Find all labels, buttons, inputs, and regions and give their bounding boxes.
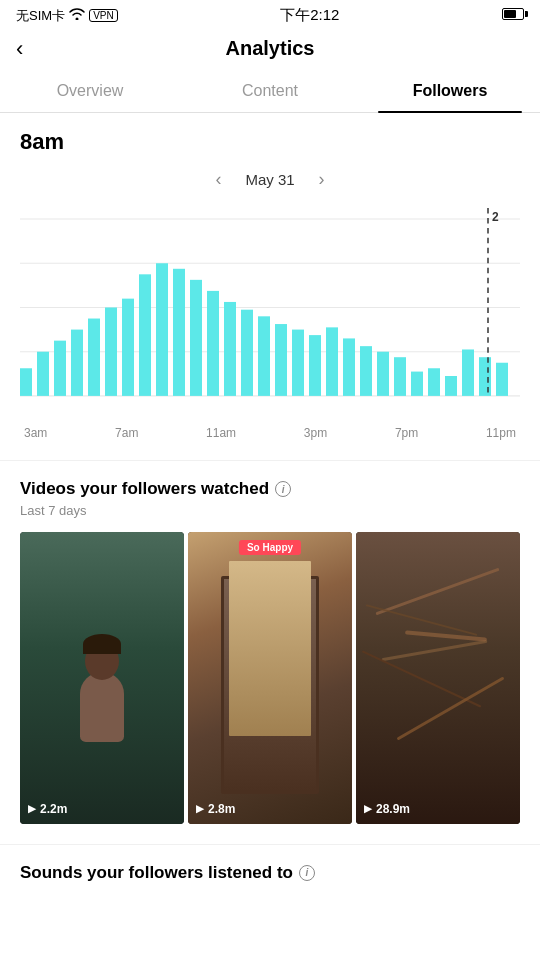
vpn-badge: VPN: [89, 9, 118, 22]
svg-rect-21: [292, 330, 304, 396]
tab-bar: Overview Content Followers: [0, 70, 540, 113]
svg-rect-17: [224, 302, 236, 396]
videos-section: Videos your followers watched i Last 7 d…: [20, 479, 520, 824]
svg-rect-33: [496, 363, 508, 396]
svg-rect-18: [241, 310, 253, 396]
svg-rect-22: [309, 335, 321, 396]
svg-rect-29: [428, 368, 440, 396]
x-label-7pm: 7pm: [395, 426, 418, 440]
header: ‹ Analytics: [0, 29, 540, 70]
svg-text:2: 2: [492, 210, 499, 225]
svg-rect-24: [343, 338, 355, 395]
video-2-tag: So Happy: [239, 540, 301, 555]
play-icon-2: ▶: [196, 803, 204, 814]
play-icon-3: ▶: [364, 803, 372, 814]
play-icon-1: ▶: [28, 803, 36, 814]
chart-x-labels: 3am 7am 11am 3pm 7pm 11pm: [20, 426, 520, 440]
svg-rect-27: [394, 357, 406, 396]
tab-overview[interactable]: Overview: [0, 70, 180, 112]
svg-rect-6: [37, 352, 49, 396]
svg-rect-28: [411, 372, 423, 396]
svg-rect-26: [377, 352, 389, 396]
status-bar: 无SIM卡 VPN 下午2:12: [0, 0, 540, 29]
sounds-info-icon[interactable]: i: [299, 865, 315, 881]
video-1-stats: ▶ 2.2m: [28, 802, 67, 816]
x-label-7am: 7am: [115, 426, 138, 440]
page-title: Analytics: [226, 37, 315, 60]
svg-rect-32: [479, 357, 491, 396]
battery-icon: [502, 8, 524, 23]
svg-rect-10: [105, 307, 117, 395]
videos-info-icon[interactable]: i: [275, 481, 291, 497]
x-label-11am: 11am: [206, 426, 236, 440]
status-left: 无SIM卡 VPN: [16, 7, 118, 25]
videos-section-subtitle: Last 7 days: [20, 503, 520, 518]
tab-followers[interactable]: Followers: [360, 70, 540, 112]
svg-rect-13: [156, 263, 168, 396]
x-label-11pm: 11pm: [486, 426, 516, 440]
svg-rect-19: [258, 316, 270, 396]
svg-rect-15: [190, 280, 202, 396]
section-divider-2: [0, 844, 540, 845]
video-card-1[interactable]: ▶ 2.2m: [20, 532, 184, 824]
prev-date-button[interactable]: ‹: [215, 169, 221, 190]
next-date-button[interactable]: ›: [319, 169, 325, 190]
selected-time-label: 8am: [20, 129, 520, 155]
svg-rect-12: [139, 274, 151, 396]
x-label-3am: 3am: [24, 426, 47, 440]
bar-chart-svg: 2: [20, 208, 520, 418]
videos-section-title: Videos your followers watched i: [20, 479, 520, 499]
svg-rect-7: [54, 341, 66, 396]
time-display: 下午2:12: [280, 6, 339, 25]
svg-rect-5: [20, 368, 32, 396]
sounds-section-title: Sounds your followers listened to i: [20, 863, 520, 883]
tab-content[interactable]: Content: [180, 70, 360, 112]
svg-rect-8: [71, 330, 83, 396]
svg-rect-11: [122, 299, 134, 396]
svg-rect-25: [360, 346, 372, 396]
status-right: [502, 8, 524, 23]
svg-rect-23: [326, 327, 338, 396]
svg-rect-20: [275, 324, 287, 396]
video-card-2[interactable]: So Happy ▶ 2.8m: [188, 532, 352, 824]
x-label-3pm: 3pm: [304, 426, 327, 440]
sounds-section: Sounds your followers listened to i: [20, 863, 520, 883]
current-date-label: May 31: [245, 171, 294, 188]
section-divider-1: [0, 460, 540, 461]
wifi-icon: [69, 8, 85, 23]
svg-rect-16: [207, 291, 219, 396]
video-2-stats: ▶ 2.8m: [196, 802, 235, 816]
video-card-3[interactable]: ▶ 28.9m: [356, 532, 520, 824]
svg-rect-30: [445, 376, 457, 396]
svg-rect-31: [462, 349, 474, 395]
video-3-stats: ▶ 28.9m: [364, 802, 410, 816]
videos-grid: ▶ 2.2m So Happy ▶ 2.8m: [20, 532, 520, 824]
back-button[interactable]: ‹: [16, 36, 23, 62]
date-navigation: ‹ May 31 ›: [20, 169, 520, 190]
svg-rect-9: [88, 319, 100, 396]
activity-chart: 2: [20, 208, 520, 418]
main-content: 8am ‹ May 31 ›: [0, 113, 540, 883]
carrier-label: 无SIM卡: [16, 7, 65, 25]
svg-rect-14: [173, 269, 185, 396]
